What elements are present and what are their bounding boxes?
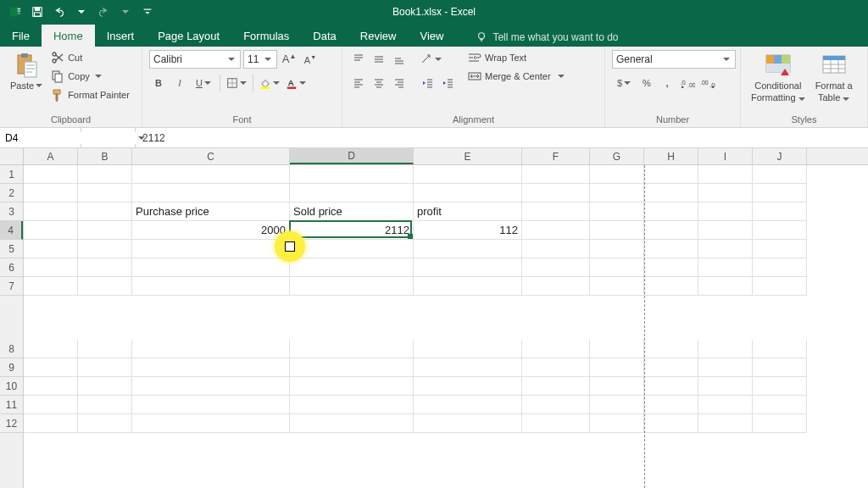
cell-C6[interactable] bbox=[132, 258, 290, 277]
cell-F3[interactable] bbox=[522, 202, 590, 221]
cell-G2[interactable] bbox=[590, 184, 644, 202]
cell-G12[interactable] bbox=[590, 414, 644, 433]
number-format-combo[interactable]: General bbox=[612, 50, 736, 69]
name-box-input[interactable] bbox=[0, 132, 137, 144]
cell-E9[interactable] bbox=[414, 358, 522, 377]
row-header-6[interactable]: 6 bbox=[0, 258, 23, 277]
cell-J2[interactable] bbox=[753, 184, 807, 202]
cell-B2[interactable] bbox=[78, 184, 132, 202]
align-bottom-button[interactable] bbox=[390, 50, 409, 69]
cell-D12[interactable] bbox=[290, 414, 414, 433]
cell-G8[interactable] bbox=[590, 340, 644, 358]
cell-D3[interactable]: Sold price bbox=[290, 202, 414, 221]
orientation-button[interactable] bbox=[419, 50, 442, 69]
cell-E4[interactable]: 112 bbox=[414, 221, 522, 240]
cell-C8[interactable] bbox=[132, 340, 290, 358]
cell-J8[interactable] bbox=[753, 340, 807, 358]
cell-D6[interactable] bbox=[290, 258, 414, 277]
cell-A8[interactable] bbox=[24, 340, 78, 358]
column-header-E[interactable]: E bbox=[414, 148, 522, 164]
cell-C7[interactable] bbox=[132, 277, 290, 296]
cell-E10[interactable] bbox=[414, 377, 522, 396]
cell-E6[interactable] bbox=[414, 258, 522, 277]
cell-D10[interactable] bbox=[290, 377, 414, 396]
undo-icon[interactable] bbox=[49, 2, 70, 22]
column-header-F[interactable]: F bbox=[522, 148, 590, 164]
select-all-corner[interactable] bbox=[0, 148, 24, 165]
cell-H8[interactable] bbox=[644, 340, 698, 358]
column-header-I[interactable]: I bbox=[698, 148, 753, 164]
cell-G11[interactable] bbox=[590, 396, 644, 414]
cell-J1[interactable] bbox=[753, 165, 807, 184]
cell-I11[interactable] bbox=[698, 396, 753, 414]
row-header-3[interactable]: 3 bbox=[0, 202, 23, 221]
decrease-font-size-button[interactable]: A▼ bbox=[301, 50, 320, 69]
cell-B12[interactable] bbox=[78, 414, 132, 433]
cell-F12[interactable] bbox=[522, 414, 590, 433]
format-painter-button[interactable]: Format Painter bbox=[49, 87, 131, 103]
cell-G4[interactable] bbox=[590, 221, 644, 240]
cell-G10[interactable] bbox=[590, 377, 644, 396]
cell-A6[interactable] bbox=[24, 258, 78, 277]
cell-C10[interactable] bbox=[132, 377, 290, 396]
cell-C11[interactable] bbox=[132, 396, 290, 414]
cell-H11[interactable] bbox=[644, 396, 698, 414]
comma-format-button[interactable]: , bbox=[658, 74, 676, 92]
accounting-format-button[interactable]: $ bbox=[612, 74, 636, 92]
align-left-button[interactable] bbox=[349, 74, 368, 92]
decrease-decimal-button[interactable]: .00.0 bbox=[698, 74, 717, 92]
row-header-7[interactable]: 7 bbox=[0, 277, 23, 296]
cell-C12[interactable] bbox=[132, 414, 290, 433]
cell-E1[interactable] bbox=[414, 165, 522, 184]
cell-I7[interactable] bbox=[698, 277, 753, 296]
cell-J10[interactable] bbox=[753, 377, 807, 396]
cell-B3[interactable] bbox=[78, 202, 132, 221]
row-header-9[interactable]: 9 bbox=[0, 358, 23, 377]
wrap-text-button[interactable]: Wrap Text bbox=[466, 50, 566, 65]
row-header-10[interactable]: 10 bbox=[0, 377, 23, 396]
tab-data[interactable]: Data bbox=[301, 25, 348, 47]
cell-A12[interactable] bbox=[24, 414, 78, 433]
cell-F4[interactable] bbox=[522, 221, 590, 240]
column-header-B[interactable]: B bbox=[78, 148, 132, 164]
cell-F11[interactable] bbox=[522, 396, 590, 414]
tab-file[interactable]: File bbox=[0, 25, 42, 47]
cell-A5[interactable] bbox=[24, 240, 78, 258]
cell-C2[interactable] bbox=[132, 184, 290, 202]
row-header-12[interactable]: 12 bbox=[0, 414, 23, 433]
cell-C9[interactable] bbox=[132, 358, 290, 377]
cell-D5[interactable] bbox=[290, 240, 414, 258]
tab-page-layout[interactable]: Page Layout bbox=[146, 25, 231, 47]
cell-H7[interactable] bbox=[644, 277, 698, 296]
cell-C5[interactable] bbox=[132, 240, 290, 258]
cell-D7[interactable] bbox=[290, 277, 414, 296]
column-header-G[interactable]: G bbox=[590, 148, 644, 164]
cell-I10[interactable] bbox=[698, 377, 753, 396]
increase-decimal-button[interactable]: .0.00 bbox=[678, 74, 697, 92]
row-header-8[interactable]: 8 bbox=[0, 340, 23, 358]
cell-E5[interactable] bbox=[414, 240, 522, 258]
cell-A11[interactable] bbox=[24, 396, 78, 414]
cell-G9[interactable] bbox=[590, 358, 644, 377]
cell-H2[interactable] bbox=[644, 184, 698, 202]
cut-button[interactable]: Cut bbox=[49, 50, 131, 65]
cell-F6[interactable] bbox=[522, 258, 590, 277]
cell-J5[interactable] bbox=[753, 240, 807, 258]
cell-D1[interactable] bbox=[290, 165, 414, 184]
tell-me-search[interactable]: Tell me what you want to do bbox=[467, 28, 626, 47]
cell-C4[interactable]: 2000 bbox=[132, 221, 290, 240]
cell-D11[interactable] bbox=[290, 396, 414, 414]
font-size-combo[interactable]: 11 bbox=[243, 50, 277, 69]
name-box-dropdown-icon[interactable] bbox=[137, 128, 145, 147]
decrease-indent-button[interactable] bbox=[419, 74, 437, 92]
cell-I8[interactable] bbox=[698, 340, 753, 358]
formula-input[interactable]: 2112 bbox=[136, 128, 868, 147]
tab-review[interactable]: Review bbox=[348, 25, 409, 47]
increase-indent-button[interactable] bbox=[439, 74, 458, 92]
row-header-1[interactable]: 1 bbox=[0, 165, 23, 184]
cell-I3[interactable] bbox=[698, 202, 753, 221]
cell-D4[interactable]: 2112 bbox=[290, 221, 414, 240]
cell-E2[interactable] bbox=[414, 184, 522, 202]
cell-H6[interactable] bbox=[644, 258, 698, 277]
cell-F7[interactable] bbox=[522, 277, 590, 296]
